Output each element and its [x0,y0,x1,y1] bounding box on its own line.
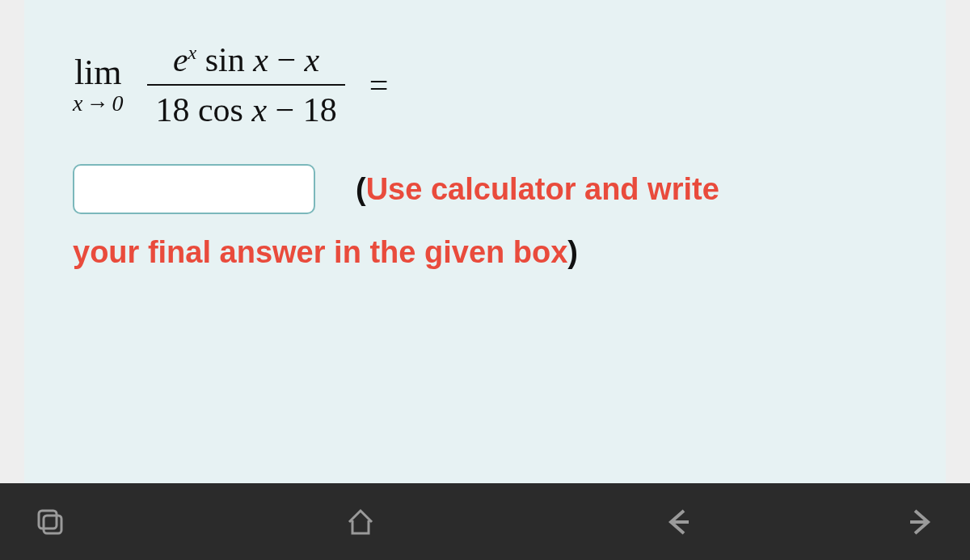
answer-row: (Use calculator and write your final ans… [73,162,913,280]
denominator: 18 cos x − 18 [147,86,344,129]
hint-line-2: your final answer in the given box) [73,225,913,280]
hint-line-1: (Use calculator and write [356,162,719,217]
forward-arrow-icon[interactable] [902,504,938,540]
lim-word: lim [74,55,122,91]
question-panel: lim x→0 ex sin x − x 18 cos x − 18 = (Us… [24,0,946,483]
limit-operator: lim x→0 [73,55,123,115]
page-wrap: lim x→0 ex sin x − x 18 cos x − 18 = (Us… [0,0,970,483]
tabs-icon[interactable] [32,504,68,540]
svg-rect-1 [44,516,61,533]
numerator: ex sin x − x [165,40,327,84]
svg-rect-0 [39,511,57,528]
lim-subscript: x→0 [73,92,123,115]
fraction: ex sin x − x 18 cos x − 18 [147,40,344,129]
limit-equation: lim x→0 ex sin x − x 18 cos x − 18 = [73,40,913,129]
back-arrow-icon[interactable] [661,504,697,540]
home-icon[interactable] [343,504,378,540]
equals-sign: = [369,65,389,104]
answer-input[interactable] [73,164,315,214]
bottom-nav-bar [0,483,970,560]
